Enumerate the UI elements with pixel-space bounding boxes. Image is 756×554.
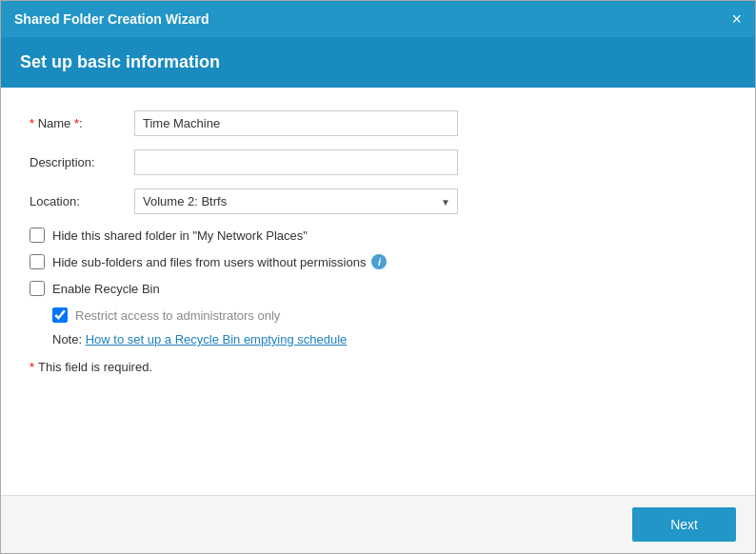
location-select-wrapper: Volume 2: Btrfs Volume 1 Volume 3 ▼ [134, 188, 458, 214]
restrict-access-label: Restrict access to administrators only [75, 308, 280, 323]
description-row: Description: [30, 149, 726, 175]
next-button[interactable]: Next [632, 507, 736, 542]
description-label: Description: [30, 155, 134, 169]
required-note-text: This field is required. [38, 360, 152, 374]
location-label: Location: [30, 194, 134, 208]
note-prefix: Note: [52, 332, 86, 346]
hide-subfolders-row: Hide sub-folders and files from users wi… [30, 254, 726, 269]
recycle-bin-schedule-link[interactable]: How to set up a Recycle Bin emptying sch… [86, 332, 348, 346]
subtitle-bar: Set up basic information [1, 37, 755, 88]
location-row: Location: Volume 2: Btrfs Volume 1 Volum… [30, 188, 726, 214]
hide-network-checkbox[interactable] [30, 228, 45, 243]
hide-network-row: Hide this shared folder in "My Network P… [30, 228, 726, 243]
close-button[interactable]: × [731, 10, 742, 28]
hide-subfolders-label: Hide sub-folders and files from users wi… [52, 255, 366, 269]
name-input[interactable] [134, 110, 458, 136]
required-note-row: * This field is required. [30, 360, 726, 374]
title-bar: Shared Folder Creation Wizard × [1, 1, 755, 37]
hide-network-label: Hide this shared folder in "My Network P… [52, 228, 308, 243]
dialog-container: Shared Folder Creation Wizard × Set up b… [0, 0, 756, 554]
enable-recycle-label: Enable Recycle Bin [52, 282, 160, 296]
name-label: * Name *: [30, 116, 134, 130]
dialog-title: Shared Folder Creation Wizard [14, 11, 209, 27]
description-input[interactable] [134, 149, 458, 175]
enable-recycle-checkbox[interactable] [30, 281, 45, 296]
subtitle-text: Set up basic information [20, 52, 220, 71]
enable-recycle-row: Enable Recycle Bin [30, 281, 726, 296]
info-icon[interactable]: i [371, 254, 387, 269]
note-row: Note: How to set up a Recycle Bin emptyi… [52, 332, 726, 346]
required-star: * [30, 360, 34, 374]
footer: Next [1, 495, 755, 553]
hide-subfolders-checkbox[interactable] [30, 254, 45, 269]
restrict-access-checkbox[interactable] [52, 307, 68, 323]
form-content: * Name *: Description: Location: Volume … [1, 88, 755, 495]
restrict-access-row: Restrict access to administrators only [52, 307, 726, 323]
name-row: * Name *: [30, 110, 726, 136]
location-select[interactable]: Volume 2: Btrfs Volume 1 Volume 3 [134, 188, 458, 214]
